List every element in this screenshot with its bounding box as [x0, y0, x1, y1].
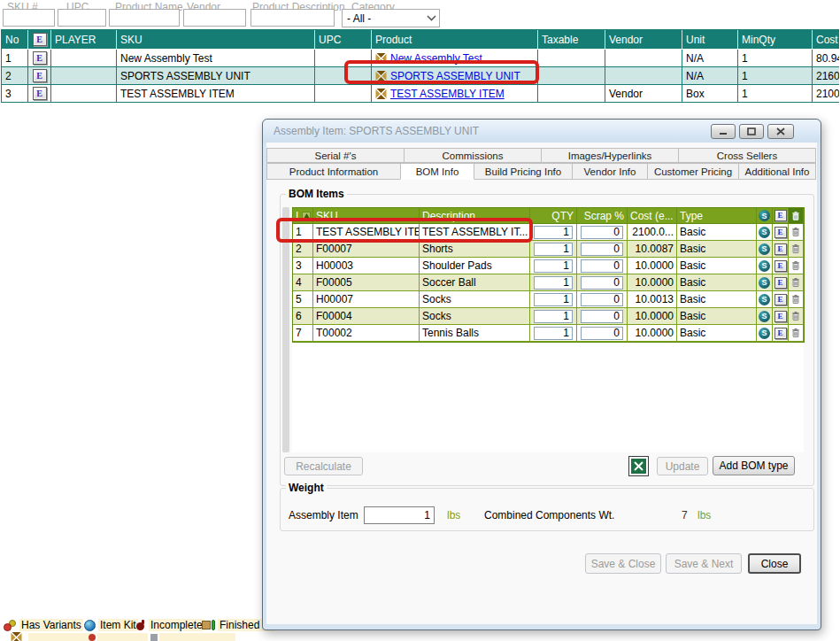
- notes-button[interactable]: E: [773, 308, 789, 325]
- vendor-filter-input[interactable]: [183, 9, 246, 27]
- bom-col-num[interactable]: I: [293, 208, 313, 224]
- col-vendor[interactable]: Vendor: [605, 30, 682, 50]
- bom-row[interactable]: 4 F00005 Soccer Ball 1 0 10.0000 Basic S…: [293, 274, 804, 291]
- bom-col-scrap[interactable]: Scrap %: [577, 208, 628, 224]
- delete-button[interactable]: [789, 258, 804, 274]
- table-row[interactable]: 3 E TEST ASSEMBLY ITEM TEST ASSEMBLY ITE…: [2, 85, 839, 103]
- bom-row[interactable]: 5 H00007 Socks 1 0 10.0013 Basic S E: [293, 291, 804, 308]
- qty-input[interactable]: 1: [534, 293, 573, 306]
- col-player[interactable]: PLAYER: [51, 30, 117, 50]
- close-button[interactable]: Close: [748, 553, 801, 574]
- delete-button[interactable]: [789, 241, 804, 258]
- notes-button[interactable]: E: [28, 85, 51, 103]
- qty-input[interactable]: 1: [534, 259, 573, 273]
- notes-button[interactable]: E: [28, 67, 51, 85]
- notes-button[interactable]: E: [773, 258, 789, 274]
- col-cost[interactable]: Cost: [813, 30, 839, 50]
- col-taxable[interactable]: Taxable: [538, 30, 605, 50]
- bom-col-cost[interactable]: Cost (e...: [628, 208, 677, 224]
- product-description-filter-input[interactable]: [250, 9, 335, 27]
- bom-row[interactable]: 2 F00007 Shorts 1 0 10.0087 Basic S E: [293, 241, 804, 258]
- sku-filter-input[interactable]: [3, 9, 55, 27]
- save-next-button[interactable]: Save & Next: [666, 553, 742, 574]
- notes-button[interactable]: E: [773, 224, 789, 241]
- minimize-button[interactable]: [711, 124, 736, 139]
- notes-button[interactable]: E: [773, 274, 789, 291]
- bom-row[interactable]: 6 F00004 Socks 1 0 10.0000 Basic S E: [293, 308, 804, 325]
- notes-button[interactable]: E: [773, 291, 789, 308]
- tab-additional-info[interactable]: Additional Info: [738, 163, 816, 180]
- col-upc[interactable]: UPC: [315, 30, 372, 50]
- scrap-input[interactable]: 0: [581, 226, 623, 239]
- serial-button[interactable]: S: [757, 241, 773, 258]
- bom-row[interactable]: 1 TEST ASSEMBLY ITEM TEST ASSEMBLY IT...…: [293, 224, 804, 241]
- vertical-scrollbar[interactable]: [282, 207, 289, 452]
- serial-button[interactable]: S: [757, 258, 773, 274]
- col-sku[interactable]: SKU: [117, 30, 315, 50]
- scrap-input[interactable]: 0: [581, 327, 623, 340]
- qty-input[interactable]: 1: [534, 226, 573, 239]
- serial-button[interactable]: S: [757, 274, 773, 291]
- recalculate-button[interactable]: Recalculate: [284, 457, 363, 475]
- col-unit[interactable]: Unit: [682, 30, 738, 50]
- tab-customer-pricing[interactable]: Customer Pricing: [647, 163, 739, 180]
- tab-vendor-info[interactable]: Vendor Info: [572, 163, 648, 180]
- bom-cell-type: Basic: [677, 291, 757, 308]
- scrap-input[interactable]: 0: [581, 276, 623, 290]
- tab-commissions[interactable]: Commissions: [404, 148, 542, 163]
- col-minqty[interactable]: MinQty: [738, 30, 813, 50]
- product-link[interactable]: TEST ASSEMBLY ITEM: [390, 88, 505, 100]
- serial-button[interactable]: S: [757, 291, 773, 308]
- tab-cross-sellers[interactable]: Cross Sellers: [678, 148, 816, 163]
- table-row-selected[interactable]: 2 E SPORTS ASSEMBLY UNIT SPORTS ASSEMBLY…: [2, 67, 839, 85]
- assembly-weight-input[interactable]: [364, 506, 435, 524]
- tab-serial-numbers[interactable]: Serial #'s: [266, 148, 405, 163]
- col-product[interactable]: Product: [372, 30, 538, 50]
- tab-bom-info[interactable]: BOM Info: [400, 163, 474, 180]
- add-bom-type-button[interactable]: Add BOM type: [713, 456, 795, 475]
- delete-button[interactable]: [789, 308, 804, 325]
- dialog-titlebar[interactable]: Assembly Item: SPORTS ASSEMBLY UNIT: [263, 120, 821, 143]
- table-row[interactable]: 1 E New Assembly Test New Assembly Test …: [2, 50, 839, 67]
- qty-input[interactable]: 1: [534, 243, 573, 256]
- bom-col-qty[interactable]: QTY: [530, 208, 577, 224]
- delete-button[interactable]: [789, 224, 804, 241]
- bom-row[interactable]: 3 H00003 Shoulder Pads 1 0 10.0000 Basic…: [293, 258, 804, 274]
- serial-button[interactable]: S: [757, 224, 773, 241]
- delete-button[interactable]: [789, 291, 804, 308]
- serial-button[interactable]: S: [757, 308, 773, 325]
- maximize-button[interactable]: [739, 124, 764, 139]
- qty-input[interactable]: 1: [534, 276, 573, 290]
- notes-button[interactable]: E: [773, 325, 789, 342]
- col-notes[interactable]: E: [28, 30, 51, 50]
- category-dropdown[interactable]: - All -: [342, 9, 440, 27]
- qty-input[interactable]: 1: [534, 310, 573, 323]
- close-window-button[interactable]: [767, 124, 794, 139]
- qty-input[interactable]: 1: [534, 327, 573, 340]
- col-no[interactable]: No: [2, 30, 28, 50]
- bom-col-type[interactable]: Type: [677, 208, 757, 224]
- save-close-button[interactable]: Save & Close: [585, 553, 661, 574]
- product-name-filter-input[interactable]: [109, 9, 180, 27]
- bom-cell-description: Tennis Balls: [420, 325, 530, 342]
- product-link[interactable]: New Assembly Test: [390, 52, 482, 65]
- delete-button[interactable]: [789, 274, 804, 291]
- update-button[interactable]: Update: [657, 457, 708, 475]
- tab-product-information[interactable]: Product Information: [266, 163, 401, 180]
- scrap-input[interactable]: 0: [581, 259, 623, 273]
- bom-col-sku[interactable]: SKU: [313, 208, 420, 224]
- notes-button[interactable]: E: [28, 50, 51, 67]
- notes-button[interactable]: E: [773, 241, 789, 258]
- delete-button[interactable]: [789, 325, 804, 342]
- tab-images-hyperlinks[interactable]: Images/Hyperlinks: [541, 148, 679, 163]
- scrap-input[interactable]: 0: [581, 293, 623, 306]
- scrap-input[interactable]: 0: [581, 243, 623, 256]
- scrap-input[interactable]: 0: [581, 310, 623, 323]
- product-link[interactable]: SPORTS ASSEMBLY UNIT: [390, 70, 520, 82]
- excel-export-button[interactable]: [628, 456, 649, 476]
- bom-row[interactable]: 7 T00002 Tennis Balls 1 0 10.0000 Basic …: [293, 325, 804, 342]
- upc-filter-input[interactable]: [58, 9, 106, 27]
- bom-col-description[interactable]: Description: [420, 208, 530, 224]
- serial-button[interactable]: S: [757, 325, 773, 342]
- tab-build-pricing-info[interactable]: Build Pricing Info: [474, 163, 573, 180]
